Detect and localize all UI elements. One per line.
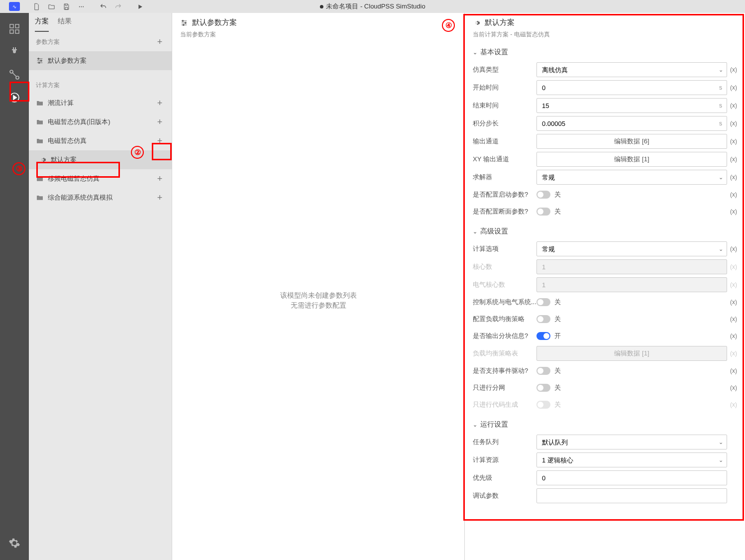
new-file-icon[interactable] bbox=[29, 0, 44, 13]
mid-empty: 该模型尚未创建参数列表 无需进行参数配置 bbox=[172, 41, 464, 560]
lb-strategy-toggle[interactable] bbox=[536, 315, 550, 323]
xy-channel-button[interactable]: 编辑数据 [1] bbox=[536, 152, 727, 167]
add-emt-old[interactable]: + bbox=[155, 117, 165, 127]
tree-item-powerflow[interactable]: 潮流计算 + bbox=[29, 94, 172, 112]
event-drv-toggle[interactable] bbox=[536, 367, 550, 375]
xbtn[interactable]: (x) bbox=[727, 191, 740, 198]
svg-point-12 bbox=[38, 62, 40, 64]
folder-icon bbox=[36, 118, 44, 126]
xbtn: (x) bbox=[727, 350, 740, 357]
svg-rect-6 bbox=[15, 30, 19, 33]
xbtn[interactable]: (x) bbox=[727, 384, 740, 391]
tab-result[interactable]: 结果 bbox=[58, 17, 72, 32]
chevron-down-icon: ⌄ bbox=[473, 228, 477, 235]
mid-title: 默认参数方案 bbox=[180, 18, 456, 27]
step-input[interactable] bbox=[536, 116, 727, 131]
lb-table-button: 编辑数据 [1] bbox=[536, 346, 727, 361]
rail-settings-icon[interactable] bbox=[3, 532, 25, 554]
resource-select[interactable]: 1 逻辑核心 bbox=[536, 452, 727, 467]
section-basic[interactable]: ⌄基本设置 bbox=[465, 41, 745, 61]
only-code-toggle bbox=[536, 401, 550, 409]
tree-item-shifted-emt[interactable]: 移频电磁暂态仿真 + bbox=[29, 169, 172, 188]
cores-input bbox=[536, 259, 727, 274]
svg-point-1 bbox=[81, 6, 82, 7]
cfg-snap-toggle[interactable] bbox=[536, 208, 550, 216]
xbtn[interactable]: (x) bbox=[727, 120, 740, 127]
properties-panel: 默认方案 当前计算方案 - 电磁暂态仿真 ⌄基本设置 仿真类型离线仿真⌄(x) … bbox=[464, 13, 745, 560]
svg-rect-3 bbox=[10, 24, 13, 28]
out-block-toggle[interactable] bbox=[536, 332, 550, 340]
tree-item-default-scheme[interactable]: 默认方案 bbox=[29, 150, 172, 169]
only-part-toggle[interactable] bbox=[536, 384, 550, 392]
xbtn[interactable]: (x) bbox=[727, 333, 740, 339]
svg-point-15 bbox=[183, 24, 184, 25]
sliders-icon bbox=[36, 57, 44, 65]
solver-select[interactable]: 常规 bbox=[536, 170, 727, 185]
section-run[interactable]: ⌄运行设置 bbox=[465, 413, 745, 433]
xbtn[interactable]: (x) bbox=[727, 208, 740, 215]
xbtn: (x) bbox=[727, 401, 740, 408]
svg-point-11 bbox=[40, 60, 42, 62]
props-title: 默认方案 bbox=[473, 18, 737, 27]
middle-panel: 默认参数方案 当前参数方案 该模型尚未创建参数列表 无需进行参数配置 bbox=[172, 13, 464, 560]
window-title: 未命名项目 - CloudPSS SimStudio bbox=[319, 2, 425, 11]
folder-icon bbox=[36, 175, 44, 183]
rail-run-icon[interactable] bbox=[3, 87, 25, 109]
xbtn[interactable]: (x) bbox=[727, 66, 740, 73]
rail-graph-icon[interactable] bbox=[3, 64, 25, 86]
svg-point-2 bbox=[83, 6, 84, 7]
titlebar: ∿ 未命名项目 - CloudPSS SimStudio bbox=[0, 0, 745, 13]
group-calc: 计算方案 bbox=[29, 76, 172, 94]
ctrl-elec-toggle[interactable] bbox=[536, 298, 550, 306]
tree-item-ies[interactable]: 综合能源系统仿真模拟 + bbox=[29, 188, 172, 207]
folder-icon bbox=[36, 194, 44, 202]
cfg-start-toggle[interactable] bbox=[536, 191, 550, 199]
start-time-input[interactable] bbox=[536, 80, 727, 95]
app-logo: ∿ bbox=[0, 2, 29, 11]
xbtn[interactable]: (x) bbox=[727, 84, 740, 91]
xbtn[interactable]: (x) bbox=[727, 316, 740, 323]
out-channel-button[interactable]: 编辑数据 [6] bbox=[536, 134, 727, 149]
svg-rect-4 bbox=[15, 24, 19, 28]
xbtn[interactable]: (x) bbox=[727, 245, 740, 252]
more-icon[interactable] bbox=[74, 0, 89, 13]
open-folder-icon[interactable] bbox=[44, 0, 59, 13]
add-powerflow[interactable]: + bbox=[155, 98, 165, 109]
mid-subtitle: 当前参数方案 bbox=[180, 30, 456, 39]
run-icon[interactable] bbox=[132, 0, 147, 13]
add-shifted-emt[interactable]: + bbox=[155, 174, 165, 184]
activity-bar bbox=[0, 13, 29, 560]
side-tabs: 方案 结果 bbox=[29, 13, 172, 32]
rail-plug-icon[interactable] bbox=[3, 41, 25, 63]
props-subtitle: 当前计算方案 - 电磁暂态仿真 bbox=[473, 30, 737, 39]
tab-scheme[interactable]: 方案 bbox=[35, 17, 49, 32]
add-param-scheme[interactable]: + bbox=[155, 37, 165, 47]
sim-type-select[interactable]: 离线仿真 bbox=[536, 62, 727, 77]
xbtn[interactable]: (x) bbox=[727, 367, 740, 374]
xbtn[interactable]: (x) bbox=[727, 102, 740, 109]
calc-opt-select[interactable]: 常规 bbox=[536, 241, 727, 256]
tree-default-param[interactable]: 默认参数方案 bbox=[29, 51, 172, 70]
debug-input[interactable] bbox=[536, 488, 727, 503]
xbtn[interactable]: (x) bbox=[727, 174, 740, 181]
xbtn[interactable]: (x) bbox=[727, 299, 740, 306]
priority-input[interactable] bbox=[536, 470, 727, 485]
xbtn[interactable]: (x) bbox=[727, 138, 740, 145]
undo-icon[interactable] bbox=[96, 0, 110, 13]
tree-item-emt-old[interactable]: 电磁暂态仿真(旧版本) + bbox=[29, 112, 172, 131]
section-advanced[interactable]: ⌄高级设置 bbox=[465, 220, 745, 240]
svg-point-13 bbox=[182, 20, 184, 21]
add-emt[interactable]: + bbox=[155, 136, 165, 146]
add-ies[interactable]: + bbox=[155, 193, 165, 203]
redo-icon[interactable] bbox=[110, 0, 125, 13]
save-icon[interactable] bbox=[59, 0, 74, 13]
folder-icon bbox=[36, 137, 44, 145]
rail-overview-icon[interactable] bbox=[3, 18, 25, 40]
tree-item-emt[interactable]: 电磁暂态仿真 + bbox=[29, 131, 172, 150]
gear-icon bbox=[473, 19, 481, 27]
xbtn[interactable]: (x) bbox=[727, 156, 740, 163]
queue-select[interactable]: 默认队列 bbox=[536, 435, 727, 449]
svg-point-14 bbox=[185, 22, 186, 23]
gear-icon bbox=[39, 156, 47, 164]
end-time-input[interactable] bbox=[536, 98, 727, 113]
